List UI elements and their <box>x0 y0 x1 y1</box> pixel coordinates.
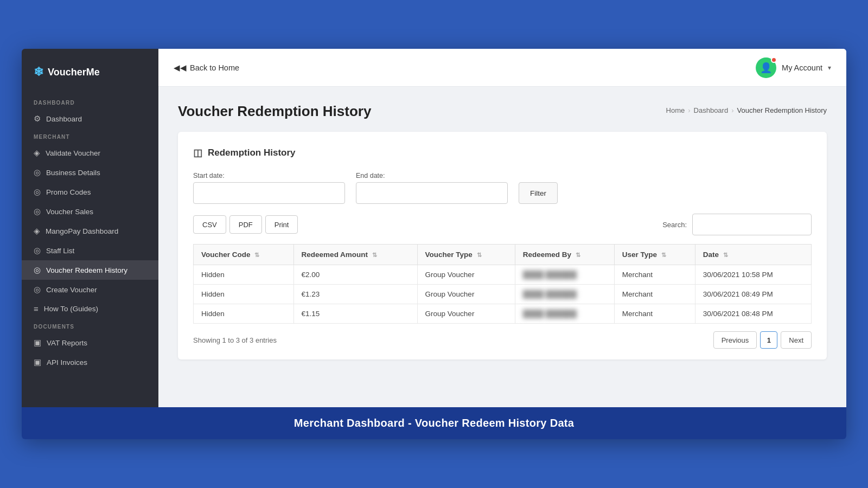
sidebar-section-label: MERCHANT <box>22 129 158 143</box>
sidebar-section-label: DOCUMENTS <box>22 318 158 333</box>
col-voucher-type[interactable]: Voucher Type ⇅ <box>417 245 515 265</box>
col-redeemed-amount[interactable]: Redeemed Amount ⇅ <box>293 245 417 265</box>
sidebar-item-label: Dashboard <box>46 115 82 123</box>
account-section[interactable]: 👤 My Account ▾ <box>756 57 831 78</box>
sidebar-item-staff-list[interactable]: ◎Staff List <box>22 241 158 260</box>
sidebar-item-label: Validate Voucher <box>46 149 100 157</box>
sidebar-section-label: DASHBOARD <box>22 94 158 109</box>
table-cell: €2.00 <box>293 265 417 285</box>
export-buttons: CSV PDF Print <box>193 215 298 234</box>
table-cell: Group Voucher <box>417 265 515 285</box>
pagination-controls: Previous 1 Next <box>713 331 812 349</box>
sidebar-item-icon: ◎ <box>34 207 41 216</box>
sidebar-item-icon: ◎ <box>34 246 41 255</box>
sidebar-item-label: Voucher Sales <box>46 208 93 216</box>
sidebar-item-mangopay-dashboard[interactable]: ◈MangoPay Dashboard <box>22 221 158 241</box>
redemption-table: Voucher Code ⇅ Redeemed Amount ⇅ Voucher… <box>193 244 812 324</box>
sidebar-item-icon: ◎ <box>34 265 41 275</box>
table-cell: Merchant <box>614 285 695 304</box>
sidebar-item-business-details[interactable]: ◎Business Details <box>22 163 158 182</box>
pdf-button[interactable]: PDF <box>229 215 262 234</box>
back-arrow-icon: ◀◀ <box>174 63 187 72</box>
sidebar-item-api-invoices[interactable]: ▣API Invoices <box>22 352 158 372</box>
start-date-input[interactable] <box>193 182 345 204</box>
breadcrumb-sep-1: › <box>688 106 690 114</box>
avatar-icon: 👤 <box>760 62 772 74</box>
table-cell: ████ ██████ <box>515 304 614 324</box>
breadcrumb: Home › Dashboard › Voucher Redemption Hi… <box>666 106 827 114</box>
table-wrapper: Voucher Code ⇅ Redeemed Amount ⇅ Voucher… <box>193 244 812 324</box>
sidebar-item-create-voucher[interactable]: ◎Create Voucher <box>22 280 158 299</box>
sidebar-item-icon: ◈ <box>34 148 40 158</box>
breadcrumb-sep-2: › <box>731 106 733 114</box>
export-row: CSV PDF Print Search: <box>193 214 812 235</box>
table-header: Voucher Code ⇅ Redeemed Amount ⇅ Voucher… <box>194 245 812 265</box>
col-redeemed-by[interactable]: Redeemed By ⇅ <box>515 245 614 265</box>
table-body: Hidden€2.00Group Voucher████ ██████Merch… <box>194 265 812 324</box>
sidebar-item-vat-reports[interactable]: ▣VAT Reports <box>22 333 158 352</box>
table-cell: Hidden <box>194 304 294 324</box>
sidebar-item-dashboard[interactable]: ⚙Dashboard <box>22 109 158 129</box>
previous-button[interactable]: Previous <box>713 331 757 349</box>
search-label: Search: <box>662 221 687 229</box>
sidebar-item-how-to-guides[interactable]: ≡How To (Guides) <box>22 299 158 318</box>
filter-row: Start date: End date: Filter <box>193 172 812 204</box>
print-button[interactable]: Print <box>265 215 298 234</box>
sidebar-item-icon: ≡ <box>34 304 39 313</box>
sidebar-item-voucher-sales[interactable]: ◎Voucher Sales <box>22 202 158 221</box>
col-voucher-code[interactable]: Voucher Code ⇅ <box>194 245 294 265</box>
search-group: Search: <box>662 214 812 235</box>
table-cell: 30/06/2021 08:48 PM <box>695 304 811 324</box>
sidebar: ❄ VoucherMe DASHBOARD⚙DashboardMERCHANT◈… <box>22 49 158 407</box>
sidebar-nav: DASHBOARD⚙DashboardMERCHANT◈Validate Vou… <box>22 94 158 372</box>
breadcrumb-dashboard[interactable]: Dashboard <box>694 106 729 114</box>
end-date-label: End date: <box>356 172 508 179</box>
sidebar-item-label: Create Voucher <box>46 286 97 294</box>
page-content: Voucher Redemption History Home › Dashbo… <box>158 87 846 407</box>
table-row: Hidden€1.15Group Voucher████ ██████Merch… <box>194 304 812 324</box>
current-page: 1 <box>760 331 777 349</box>
csv-button[interactable]: CSV <box>193 215 226 234</box>
sidebar-item-label: Business Details <box>46 169 100 177</box>
card-title: ◫ Redemption History <box>193 147 812 159</box>
app-wrapper: ❄ VoucherMe DASHBOARD⚙DashboardMERCHANT◈… <box>22 49 846 439</box>
sidebar-item-label: How To (Guides) <box>44 305 98 313</box>
bottom-banner: Merchant Dashboard - Voucher Redeem Hist… <box>22 407 846 439</box>
table-cell: Group Voucher <box>417 285 515 304</box>
search-input[interactable] <box>692 214 812 235</box>
col-user-type[interactable]: User Type ⇅ <box>614 245 695 265</box>
table-cell: Merchant <box>614 265 695 285</box>
sidebar-item-label: MangoPay Dashboard <box>46 227 118 235</box>
table-cell: Hidden <box>194 285 294 304</box>
sidebar-item-label: API Invoices <box>47 358 87 367</box>
sidebar-item-icon: ◎ <box>34 285 41 294</box>
sidebar-item-label: VAT Reports <box>47 339 87 347</box>
content-area: ◀◀ Back to Home 👤 My Account ▾ Voucher R… <box>158 49 846 407</box>
start-date-label: Start date: <box>193 172 345 179</box>
back-to-home-link[interactable]: ◀◀ Back to Home <box>174 63 239 72</box>
main-card: ◫ Redemption History Start date: End dat… <box>178 132 827 359</box>
table-cell: Group Voucher <box>417 304 515 324</box>
account-label: My Account <box>782 63 822 72</box>
table-cell: Hidden <box>194 265 294 285</box>
breadcrumb-home[interactable]: Home <box>666 106 685 114</box>
logo-icon: ❄ <box>34 65 43 79</box>
filter-button[interactable]: Filter <box>519 182 558 204</box>
page-title: Voucher Redemption History <box>178 103 371 120</box>
sidebar-item-validate-voucher[interactable]: ◈Validate Voucher <box>22 143 158 163</box>
main-layout: ❄ VoucherMe DASHBOARD⚙DashboardMERCHANT◈… <box>22 49 846 407</box>
showing-text: Showing 1 to 3 of 3 entries <box>193 336 277 344</box>
end-date-group: End date: <box>356 172 508 204</box>
sidebar-item-voucher-redeem-history[interactable]: ◎Voucher Redeem History <box>22 260 158 280</box>
table-row: Hidden€2.00Group Voucher████ ██████Merch… <box>194 265 812 285</box>
end-date-input[interactable] <box>356 182 508 204</box>
sidebar-item-label: Promo Codes <box>46 188 91 196</box>
table-cell: €1.15 <box>293 304 417 324</box>
sidebar-item-promo-codes[interactable]: ◎Promo Codes <box>22 182 158 202</box>
table-row: Hidden€1.23Group Voucher████ ██████Merch… <box>194 285 812 304</box>
chevron-down-icon: ▾ <box>828 64 831 72</box>
col-date[interactable]: Date ⇅ <box>695 245 811 265</box>
next-button[interactable]: Next <box>781 331 812 349</box>
start-date-group: Start date: <box>193 172 345 204</box>
page-header: Voucher Redemption History Home › Dashbo… <box>178 103 827 120</box>
